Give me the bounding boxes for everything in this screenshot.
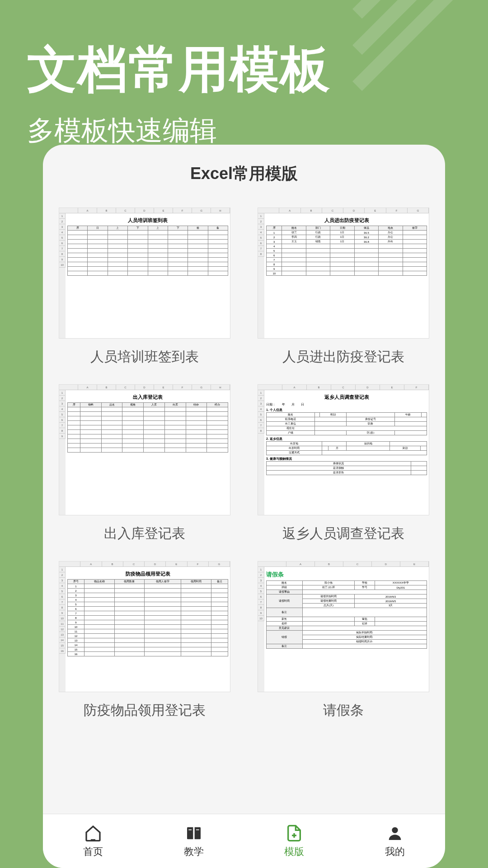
svg-point-5	[392, 827, 398, 833]
user-icon	[386, 824, 404, 842]
home-icon	[84, 824, 102, 842]
nav-label: 首页	[83, 845, 103, 859]
nav-profile[interactable]: 我的	[385, 824, 405, 859]
template-icon	[285, 824, 303, 842]
template-thumbnail: ABCDE 12345678910 请假条 姓名韩小伟学校XXXXXX中学班级初…	[258, 561, 429, 692]
template-card[interactable]: ABCDEFGH 12345678910 人员培训班签到表 序日上下上下签备 人…	[56, 208, 233, 366]
nav-home[interactable]: 首页	[83, 824, 103, 859]
template-thumbnail: ABCDEF 12345678 返乡人员调查登记表 日期： 年 月 日 1. 个…	[258, 384, 429, 515]
template-card[interactable]: ABCDE 12345678910 请假条 姓名韩小伟学校XXXXXX中学班级初…	[255, 561, 432, 720]
bottom-nav: 首页 教学 模版 我的	[43, 814, 445, 868]
nav-tutorial[interactable]: 教学	[184, 824, 204, 859]
template-label: 出入库登记表	[104, 524, 185, 543]
nav-label: 模版	[284, 845, 304, 859]
template-card[interactable]: ABCDEFGH 123456789 出入库登记表 序物料品名规格入库出库结存经…	[56, 384, 233, 543]
book-icon	[185, 824, 203, 842]
template-label: 防疫物品领用登记表	[84, 701, 206, 720]
svg-rect-2	[196, 829, 199, 830]
template-label: 人员培训班签到表	[90, 348, 199, 366]
template-thumbnail: ABCDEFG 12345678910111213141516 防疫物品领用登记…	[59, 561, 230, 692]
phone-preview: Excel常用模版 ABCDEFGH 12345678910 人员培训班签到表 …	[43, 145, 445, 868]
template-label: 请假条	[323, 701, 364, 720]
template-grid: ABCDEFGH 12345678910 人员培训班签到表 序日上下上下签备 人…	[56, 208, 432, 720]
template-label: 返乡人员调查登记表	[282, 524, 404, 543]
nav-label: 我的	[385, 845, 405, 859]
nav-label: 教学	[184, 845, 204, 859]
template-card[interactable]: ABCDEFG 12345678910111213141516 防疫物品领用登记…	[56, 561, 233, 720]
svg-rect-1	[188, 829, 192, 830]
nav-templates[interactable]: 模版	[284, 824, 304, 859]
template-label: 人员进出防疫登记表	[282, 348, 404, 366]
section-title: Excel常用模版	[56, 163, 432, 185]
template-card[interactable]: ABCDEF 12345678 返乡人员调查登记表 日期： 年 月 日 1. 个…	[255, 384, 432, 543]
template-thumbnail: ABCDEFGH 12345678910 人员培训班签到表 序日上下上下签备	[59, 208, 230, 339]
template-thumbnail: ABCDEFGH 123456789 出入库登记表 序物料品名规格入库出库结存经…	[59, 384, 230, 515]
template-thumbnail: ABCDEFG 12345678 人员进出防疫登记表 序姓名部门日期体温地点签字…	[258, 208, 429, 339]
template-card[interactable]: ABCDEFG 12345678 人员进出防疫登记表 序姓名部门日期体温地点签字…	[255, 208, 432, 366]
